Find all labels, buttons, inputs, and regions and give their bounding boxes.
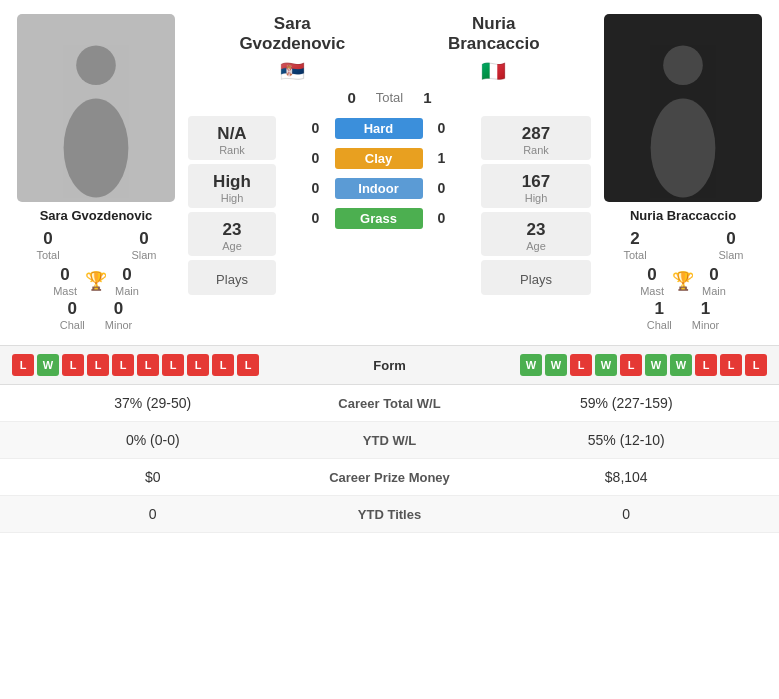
surface-hard-badge: Hard <box>335 118 423 139</box>
right-high-box: 167 High <box>481 164 591 208</box>
right-center-stats: 287 Rank 167 High 23 Age Plays <box>481 116 591 295</box>
left-main-cell: 0 Main <box>115 265 139 297</box>
right-minor-cell: 1 Minor <box>692 299 720 331</box>
stat-left-2: $0 <box>16 469 290 485</box>
surface-clay-right: 1 <box>433 150 451 166</box>
right-main-value: 0 <box>709 265 718 285</box>
stat-left-0: 37% (29-50) <box>16 395 290 411</box>
stat-row-1: 0% (0-0) YTD W/L 55% (12-10) <box>0 422 779 459</box>
left-high-label: High <box>194 192 270 204</box>
left-player-header: SaraGvozdenovic 🇷🇸 <box>239 14 345 83</box>
right-main-label: Main <box>702 285 726 297</box>
left-plays-value: Plays <box>194 268 270 291</box>
right-slam-label: Slam <box>718 249 743 261</box>
left-high-box: High High <box>188 164 276 208</box>
form-badge: W <box>670 354 692 376</box>
surface-clay-left: 0 <box>307 150 325 166</box>
surface-hard-right: 0 <box>433 120 451 136</box>
right-player-photo <box>604 14 762 202</box>
right-main-cell: 0 Main <box>702 265 726 297</box>
total-label: Total <box>376 90 403 105</box>
left-age-value: 23 <box>194 220 270 240</box>
right-total-label: Total <box>623 249 646 261</box>
surface-indoor-left: 0 <box>307 180 325 196</box>
form-badge: L <box>237 354 259 376</box>
surface-grass-row: 0 Grass 0 <box>282 208 475 229</box>
left-main-label: Main <box>115 285 139 297</box>
left-center-stats: N/A Rank High High 23 Age Plays <box>188 116 276 295</box>
surface-hard-left: 0 <box>307 120 325 136</box>
svg-point-0 <box>76 45 116 85</box>
left-minor-cell: 0 Minor <box>105 299 133 331</box>
bottom-stats: 37% (29-50) Career Total W/L 59% (227-15… <box>0 385 779 533</box>
right-slam-cell: 0 Slam <box>693 229 769 261</box>
form-badge: L <box>620 354 642 376</box>
left-player-name-header: SaraGvozdenovic <box>239 14 345 55</box>
stat-row-0: 37% (29-50) Career Total W/L 59% (227-15… <box>0 385 779 422</box>
left-mast-value: 0 <box>60 265 69 285</box>
left-age-label: Age <box>194 240 270 252</box>
right-plays-value: Plays <box>487 268 585 291</box>
form-badge: W <box>520 354 542 376</box>
stat-left-1: 0% (0-0) <box>16 432 290 448</box>
stat-label-0: Career Total W/L <box>290 396 490 411</box>
left-rank-value: N/A <box>194 124 270 144</box>
right-slam-value: 0 <box>726 229 735 249</box>
form-badge: W <box>545 354 567 376</box>
form-badge: L <box>212 354 234 376</box>
right-age-label: Age <box>487 240 585 252</box>
right-chall-label: Chall <box>647 319 672 331</box>
surface-grass-right: 0 <box>433 210 451 226</box>
right-high-value: 167 <box>487 172 585 192</box>
form-badge: W <box>37 354 59 376</box>
form-badge: L <box>62 354 84 376</box>
form-badge: L <box>162 354 184 376</box>
left-rank-label: Rank <box>194 144 270 156</box>
stat-row-3: 0 YTD Titles 0 <box>0 496 779 533</box>
right-rank-box: 287 Rank <box>481 116 591 160</box>
total-left-score: 0 <box>347 89 355 106</box>
stat-right-3: 0 <box>490 506 764 522</box>
left-total-value: 0 <box>43 229 52 249</box>
form-badge: L <box>720 354 742 376</box>
left-rank-box: N/A Rank <box>188 116 276 160</box>
form-badge: W <box>595 354 617 376</box>
form-badge: L <box>112 354 134 376</box>
left-total-cell: 0 Total <box>10 229 86 261</box>
stat-row-2: $0 Career Prize Money $8,104 <box>0 459 779 496</box>
right-player-column: Nuria Braccaccio 2 Total 0 Slam 0 Mast 🏆 <box>597 14 769 331</box>
surface-hard-row: 0 Hard 0 <box>282 118 475 139</box>
left-age-box: 23 Age <box>188 212 276 256</box>
surface-indoor-row: 0 Indoor 0 <box>282 178 475 199</box>
surface-indoor-right: 0 <box>433 180 451 196</box>
right-total-cell: 2 Total <box>597 229 673 261</box>
form-badge: L <box>87 354 109 376</box>
form-badge: L <box>12 354 34 376</box>
surface-grass-badge: Grass <box>335 208 423 229</box>
surface-column: 0 Hard 0 0 Clay 1 0 Indoor 0 <box>282 116 475 229</box>
stat-right-0: 59% (227-159) <box>490 395 764 411</box>
svg-point-1 <box>64 99 129 198</box>
svg-point-2 <box>663 45 703 85</box>
right-trophy-icon: 🏆 <box>672 270 694 292</box>
stat-label-3: YTD Titles <box>290 507 490 522</box>
right-age-value: 23 <box>487 220 585 240</box>
left-player-flag: 🇷🇸 <box>239 59 345 83</box>
form-badge: L <box>695 354 717 376</box>
svg-point-3 <box>651 99 716 198</box>
left-chall-cell: 0 Chall <box>60 299 85 331</box>
right-minor-value: 1 <box>701 299 710 319</box>
right-high-label: High <box>487 192 585 204</box>
right-player-name-small: Nuria Braccaccio <box>630 208 736 223</box>
form-badge: L <box>570 354 592 376</box>
center-column: SaraGvozdenovic 🇷🇸 NuriaBrancaccio 🇮🇹 0 … <box>188 14 591 295</box>
stat-label-1: YTD W/L <box>290 433 490 448</box>
right-player-flag: 🇮🇹 <box>448 59 540 83</box>
left-slam-cell: 0 Slam <box>106 229 182 261</box>
left-total-label: Total <box>36 249 59 261</box>
right-mast-value: 0 <box>647 265 656 285</box>
total-row: 0 Total 1 <box>347 89 431 106</box>
left-high-value: High <box>194 172 270 192</box>
surface-clay-badge: Clay <box>335 148 423 169</box>
left-player-photo <box>17 14 175 202</box>
